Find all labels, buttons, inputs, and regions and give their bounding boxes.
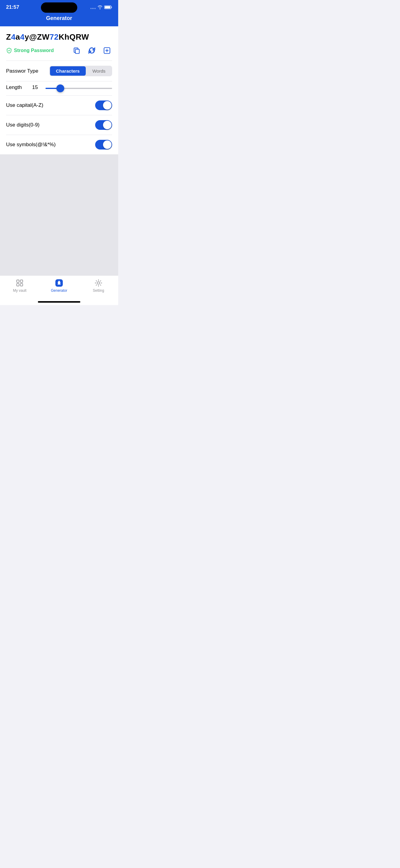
refresh-button[interactable]: [87, 45, 97, 56]
status-bar: 21:57: [0, 0, 118, 13]
vault-icon: [16, 279, 24, 287]
add-icon: [103, 46, 111, 55]
generator-nav-icon: [55, 279, 63, 287]
svg-point-0: [90, 8, 91, 9]
digits-toggle[interactable]: [95, 120, 112, 130]
home-indicator: [38, 301, 80, 303]
capital-label: Use capital(A-Z): [6, 102, 43, 108]
length-slider[interactable]: [46, 88, 112, 89]
shield-icon: [6, 48, 12, 54]
password-type-row: Passwor Type Characters Words: [0, 61, 118, 81]
length-row: Length 15: [0, 82, 118, 95]
svg-point-2: [93, 8, 94, 9]
notch: [41, 2, 77, 13]
svg-point-16: [58, 281, 60, 282]
signal-icon: [90, 5, 96, 9]
svg-point-17: [97, 282, 100, 284]
page-header: Generator: [0, 13, 118, 26]
battery-icon: [104, 5, 112, 9]
digits-toggle-knob: [103, 121, 112, 129]
copy-icon: [73, 46, 81, 55]
status-time: 21:57: [6, 4, 19, 10]
password-type-segmented[interactable]: Characters Words: [49, 66, 112, 76]
setting-label: Setting: [93, 288, 104, 293]
svg-rect-5: [105, 6, 110, 8]
capital-toggle-knob: [103, 101, 112, 110]
wifi-icon: [97, 5, 103, 9]
setting-icon: [94, 279, 103, 287]
svg-rect-13: [17, 284, 19, 286]
status-icons: [90, 5, 112, 9]
vault-label: My vault: [13, 288, 27, 293]
bottom-nav: My vault Generator Setting: [0, 275, 118, 299]
svg-point-1: [92, 8, 93, 9]
add-button[interactable]: [102, 45, 112, 56]
svg-rect-7: [76, 49, 79, 54]
capital-toggle[interactable]: [95, 100, 112, 110]
content-area: Z4a4y@ZW72KhQRW Strong Password: [0, 26, 118, 154]
symbols-row: Use symbols(@!&*%): [0, 135, 118, 154]
nav-item-setting[interactable]: Setting: [79, 279, 118, 293]
digits-row: Use digits(0-9): [0, 115, 118, 135]
copy-button[interactable]: [72, 45, 82, 56]
svg-rect-12: [20, 280, 23, 282]
symbols-label: Use symbols(@!&*%): [6, 142, 56, 148]
svg-point-3: [95, 8, 96, 9]
strength-indicator: Strong Password: [6, 48, 54, 54]
generated-password: Z4a4y@ZW72KhQRW: [6, 32, 112, 42]
password-type-label: Passwor Type: [6, 68, 38, 74]
svg-rect-11: [17, 280, 19, 282]
page-title: Generator: [46, 15, 72, 21]
strength-label: Strong Password: [14, 48, 54, 53]
length-slider-container: [46, 85, 112, 90]
symbols-toggle[interactable]: [95, 140, 112, 150]
nav-item-generator[interactable]: Generator: [39, 279, 79, 293]
digits-label: Use digits(0-9): [6, 122, 40, 128]
length-value: 15: [32, 85, 40, 91]
empty-area: [0, 154, 118, 275]
seg-characters[interactable]: Characters: [50, 66, 86, 76]
capital-row: Use capital(A-Z): [0, 96, 118, 115]
svg-rect-14: [20, 284, 23, 286]
nav-item-vault[interactable]: My vault: [0, 279, 39, 293]
action-buttons: [72, 45, 112, 56]
refresh-icon: [88, 46, 96, 55]
svg-rect-6: [111, 7, 112, 8]
seg-words[interactable]: Words: [86, 66, 112, 76]
generator-label: Generator: [51, 288, 67, 293]
symbols-toggle-knob: [103, 141, 112, 149]
password-section: Z4a4y@ZW72KhQRW Strong Password: [0, 26, 118, 61]
password-footer: Strong Password: [6, 45, 112, 56]
length-label: Length: [6, 85, 27, 91]
